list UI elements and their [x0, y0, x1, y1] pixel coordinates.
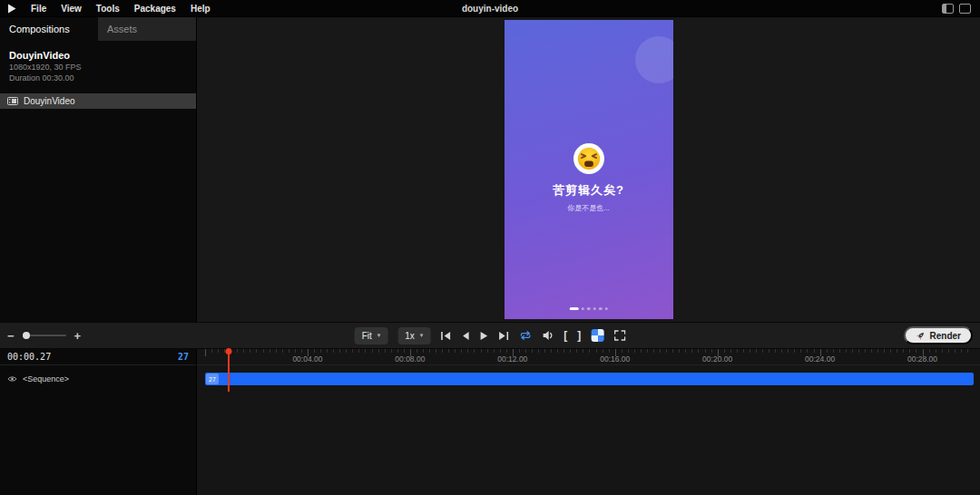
next-frame-button[interactable]: [497, 331, 508, 341]
transport-controls: Fit ▾ 1x ▾: [355, 327, 626, 345]
canvas-content: 苦剪辑久矣? 你是不是也...: [505, 20, 673, 319]
app-logo-icon[interactable]: [7, 4, 16, 14]
current-frame-counter[interactable]: 27: [178, 352, 189, 362]
canvas-subheading: 你是不是也...: [567, 203, 610, 213]
render-button-label: Render: [930, 331, 961, 341]
previous-frame-icon: [461, 331, 469, 341]
composition-film-icon: [7, 97, 18, 105]
menu-bar-left: File View Tools Packages Help: [0, 2, 218, 15]
set-out-point-button[interactable]: ]: [577, 330, 581, 341]
zoom-slider[interactable]: [23, 335, 66, 336]
playback-toolbar: − + Fit ▾ 1x ▾: [0, 322, 980, 349]
track-name: <Sequence>: [23, 374, 69, 383]
sidebar: Compositions Assets DouyinVideo 1080x192…: [0, 17, 197, 322]
timeline-ruler[interactable]: 00:04.00 00:08.00 00:12.00 00:16.00 00:2…: [197, 349, 980, 365]
ruler-ticks: 00:04.00 00:08.00 00:12.00 00:16.00 00:2…: [205, 349, 974, 364]
sequence-clip[interactable]: 27: [205, 373, 974, 385]
pagination-dot: [581, 307, 584, 311]
pagination-dot-active: [569, 307, 578, 311]
ruler-tick-label: 00:28.00: [907, 354, 937, 364]
ruler-tick-label: 00:16.00: [600, 354, 630, 364]
weary-face-emoji-icon: [577, 147, 601, 170]
zoom-in-button[interactable]: +: [74, 330, 82, 342]
main-area: Compositions Assets DouyinVideo 1080x192…: [0, 17, 980, 322]
fullscreen-button[interactable]: [613, 330, 625, 341]
preview-area: 苦剪辑久矣? 你是不是也...: [197, 17, 980, 322]
tab-assets[interactable]: Assets: [98, 17, 196, 41]
zoom-controls: − +: [7, 330, 81, 342]
pagination-dot: [587, 307, 591, 311]
tab-compositions[interactable]: Compositions: [0, 17, 98, 41]
video-canvas: 苦剪辑久矣? 你是不是也...: [505, 20, 673, 319]
loop-icon: [518, 330, 532, 341]
composition-list-item[interactable]: DouyinVideo: [0, 93, 196, 109]
jump-to-start-button[interactable]: [440, 331, 451, 341]
sequence-clip-label: 27: [206, 374, 219, 384]
fit-dropdown[interactable]: Fit ▾: [355, 327, 388, 345]
ruler-tick-label: 00:20.00: [702, 354, 732, 364]
toggle-left-panel-icon[interactable]: [942, 4, 954, 14]
ruler-tick-label: 00:08.00: [395, 354, 425, 364]
window-title: douyin-video: [462, 4, 518, 14]
track-header[interactable]: <Sequence>: [0, 373, 196, 385]
sequence-track-row: 27: [197, 373, 980, 385]
skip-to-start-icon: [440, 331, 451, 341]
chevron-down-icon: ▾: [420, 332, 424, 339]
menu-help[interactable]: Help: [183, 2, 218, 15]
menu-view[interactable]: View: [54, 2, 89, 15]
set-in-point-button[interactable]: [: [564, 330, 567, 341]
composition-info: DouyinVideo 1080x1920, 30 FPS Duration 0…: [0, 41, 196, 88]
volume-icon: [542, 330, 554, 341]
timecode-row: 00:00.27 27: [0, 349, 196, 365]
rocket-icon: [916, 331, 926, 341]
ruler-tick-label: 00:04.00: [292, 354, 322, 364]
menu-tools[interactable]: Tools: [89, 2, 127, 15]
composition-duration: Duration 00:30.00: [9, 73, 187, 82]
composition-name: DouyinVideo: [9, 50, 187, 61]
visibility-eye-icon[interactable]: [7, 375, 17, 383]
playback-rate-dropdown[interactable]: 1x ▾: [397, 327, 430, 345]
fit-dropdown-label: Fit: [362, 331, 372, 341]
zoom-slider-handle[interactable]: [23, 332, 30, 339]
pagination-dots: [569, 307, 608, 311]
ruler-tick-label: 00:12.00: [497, 354, 527, 364]
render-button[interactable]: Render: [904, 326, 973, 345]
sidebar-tabs: Compositions Assets: [0, 17, 196, 41]
composition-item-label: DouyinVideo: [24, 96, 75, 106]
timeline: 00:00.27 27 <Sequence> 00:04.00 00:08.00…: [0, 349, 980, 495]
transparency-toggle-button[interactable]: [591, 329, 603, 342]
volume-button[interactable]: [542, 330, 554, 341]
playhead-layer: [205, 349, 974, 495]
current-time: 00:00.27: [7, 352, 51, 362]
play-button[interactable]: [479, 331, 487, 341]
checkerboard-icon: [591, 329, 603, 342]
timeline-left-panel: 00:00.27 27 <Sequence>: [0, 349, 197, 495]
emoji-badge: [573, 143, 604, 174]
playback-rate-label: 1x: [405, 331, 415, 341]
menu-packages[interactable]: Packages: [127, 2, 183, 15]
play-icon: [479, 331, 487, 341]
ruler-tick-label: 00:24.00: [805, 354, 835, 364]
remotion-studio-window: File View Tools Packages Help douyin-vid…: [0, 0, 980, 495]
loop-toggle-button[interactable]: [518, 330, 532, 341]
menu-bar: File View Tools Packages Help douyin-vid…: [0, 0, 980, 17]
timeline-tracks-area: 00:04.00 00:08.00 00:12.00 00:16.00 00:2…: [197, 349, 980, 495]
next-frame-icon: [497, 331, 508, 341]
toggle-bottom-panel-icon[interactable]: [959, 4, 971, 14]
pagination-dot: [593, 307, 596, 311]
zoom-out-button[interactable]: −: [7, 330, 15, 342]
pagination-dot: [604, 307, 608, 311]
composition-specs: 1080x1920, 30 FPS: [9, 63, 187, 72]
canvas-heading: 苦剪辑久矣?: [553, 182, 624, 199]
fullscreen-icon: [613, 330, 625, 341]
menu-bar-right: [942, 4, 980, 14]
previous-frame-button[interactable]: [461, 331, 469, 341]
chevron-down-icon: ▾: [377, 332, 381, 339]
menu-file[interactable]: File: [24, 2, 54, 15]
pagination-dot: [599, 307, 603, 311]
